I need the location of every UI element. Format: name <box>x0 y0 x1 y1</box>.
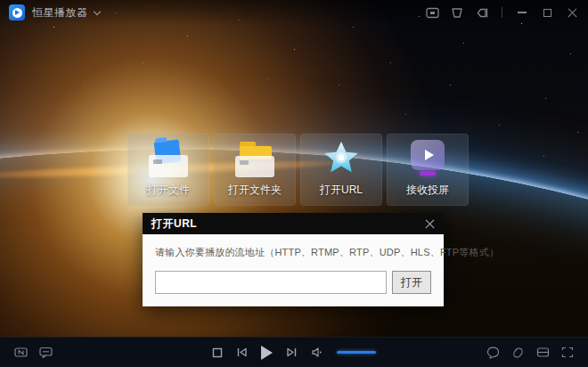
app-logo-icon <box>9 4 25 20</box>
card-label: 打开URL <box>320 183 363 198</box>
card-label: 打开文件 <box>147 183 190 198</box>
playback-controls <box>212 346 376 360</box>
dialog-body: 请输入你要播放的流地址（HTTP、RTMP、RTP、UDP、HLS、FTP等格式… <box>143 234 444 306</box>
next-button[interactable] <box>286 347 298 358</box>
cast-icon <box>406 140 449 177</box>
play-button[interactable] <box>261 346 273 360</box>
disc-icon[interactable] <box>511 347 525 359</box>
dialog-titlebar: 打开URL <box>143 213 444 234</box>
chat-icon[interactable] <box>486 347 500 359</box>
open-file-card[interactable]: 打开文件 <box>127 134 209 206</box>
url-hint-text: 请输入你要播放的流地址（HTTP、RTMP、RTP、UDP、HLS、FTP等格式… <box>155 246 431 259</box>
dialog-title: 打开URL <box>151 216 197 232</box>
close-button[interactable] <box>565 5 579 20</box>
bottom-control-bar <box>0 337 588 367</box>
card-label: 打开文件夹 <box>228 183 282 198</box>
danmaku-icon[interactable] <box>39 347 53 358</box>
receive-cast-card[interactable]: 接收投屏 <box>387 134 469 206</box>
volume-icon[interactable] <box>311 347 323 358</box>
open-button[interactable]: 打开 <box>392 271 431 294</box>
open-url-dialog: 打开URL 请输入你要播放的流地址（HTTP、RTMP、RTP、UDP、HLS、… <box>143 213 444 306</box>
star-icon <box>320 140 363 177</box>
folder-icon <box>233 140 276 177</box>
open-url-card[interactable]: 打开URL <box>300 134 382 206</box>
player-window: 恒星播放器 打开文件 <box>0 0 588 367</box>
titlebar: 恒星播放器 <box>0 0 588 25</box>
open-folder-card[interactable]: 打开文件夹 <box>214 134 296 206</box>
feedback-icon[interactable] <box>475 5 489 20</box>
file-icon <box>147 140 190 177</box>
volume-slider[interactable] <box>337 351 376 354</box>
mini-window-icon[interactable] <box>425 5 439 20</box>
card-label: 接收投屏 <box>406 183 449 198</box>
playlist-icon[interactable] <box>536 347 550 358</box>
chevron-down-icon[interactable] <box>93 7 100 14</box>
maximize-button[interactable] <box>540 5 554 20</box>
url-input[interactable] <box>155 271 387 294</box>
minimize-button[interactable] <box>515 5 529 20</box>
fullscreen-icon[interactable] <box>561 347 574 358</box>
skin-icon[interactable] <box>450 5 464 20</box>
dialog-close-icon[interactable] <box>425 219 435 229</box>
action-cards: 打开文件 打开文件夹 打开URL <box>127 134 469 206</box>
previous-button[interactable] <box>236 347 248 358</box>
titlebar-separator <box>502 7 502 18</box>
app-title: 恒星播放器 <box>32 5 88 20</box>
live-tv-icon[interactable] <box>14 347 28 358</box>
stop-button[interactable] <box>212 347 223 358</box>
